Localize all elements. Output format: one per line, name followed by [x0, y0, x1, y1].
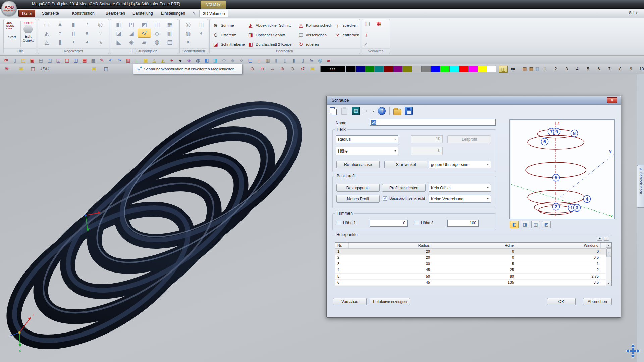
- coil-icon[interactable]: ∿: [94, 38, 107, 46]
- plate-icon[interactable]: ▰: [138, 38, 151, 46]
- color-swatch-000080[interactable]: [356, 66, 365, 72]
- start-button[interactable]: Start: [5, 35, 19, 39]
- pen-number-4[interactable]: 4: [574, 67, 581, 71]
- snap-star-icon[interactable]: ✳: [3, 65, 11, 72]
- layer-doc-2-icon[interactable]: ◱: [102, 65, 110, 72]
- lock-zoom-icon[interactable]: ▣: [309, 65, 317, 72]
- kollisionscheck-button[interactable]: ◬Kollisionscheck: [298, 21, 332, 29]
- cone-icon[interactable]: ▲: [53, 20, 67, 29]
- menu-item-datei[interactable]: Datei: [18, 10, 35, 17]
- rotationsachse-button[interactable]: Rotationsachse: [336, 161, 380, 168]
- poly-1-icon[interactable]: ◇: [220, 57, 228, 64]
- view-2d-3d-icon[interactable]: 20: [2, 57, 10, 64]
- mesh-box-icon[interactable]: ▦: [163, 20, 176, 29]
- ring-icon[interactable]: ◎: [94, 20, 107, 29]
- point-icon[interactable]: ●: [176, 57, 184, 64]
- screen-color-icon[interactable]: ◫: [499, 66, 508, 73]
- bend-solid-icon[interactable]: ◫: [194, 20, 208, 29]
- strecken-button[interactable]: ↕strecken: [334, 21, 357, 29]
- differenz-button[interactable]: ⊖Differenz: [212, 31, 236, 39]
- gem-body-icon[interactable]: ◈: [125, 38, 138, 46]
- view-shaded-button[interactable]: ◩: [542, 221, 551, 228]
- helixkurve-erzeugen-button[interactable]: Helixkurve erzeugen: [370, 298, 410, 305]
- verschieben-button[interactable]: ▤verschieben: [298, 31, 327, 39]
- color-swatch-c0c0c0[interactable]: [412, 66, 421, 72]
- scroll-down-icon[interactable]: ▼: [606, 281, 611, 286]
- toolbox-icon[interactable]: ▦: [377, 21, 381, 27]
- color-swatch-0000ff[interactable]: [431, 66, 440, 72]
- body-list-icon[interactable]: ▯▯: [365, 21, 370, 27]
- pen-number-9[interactable]: 9: [627, 67, 635, 71]
- vorschau-button[interactable]: Vorschau: [333, 298, 367, 305]
- zoom-prev-icon[interactable]: ⊖: [288, 65, 297, 72]
- slab-icon[interactable]: ◫: [150, 20, 164, 29]
- pyramid-icon[interactable]: ◭: [40, 29, 53, 38]
- scale-body-icon[interactable]: ◣: [112, 38, 125, 46]
- zoom-in-icon[interactable]: ⊕: [278, 65, 286, 72]
- zoom-window-icon[interactable]: ◘: [258, 65, 266, 72]
- stil-selector[interactable]: Stil ▼: [629, 11, 638, 15]
- zoom-fit-icon[interactable]: ↔: [268, 65, 276, 72]
- menu-item-3d-volumen[interactable]: 3D Volumen: [199, 10, 228, 17]
- house-icon[interactable]: ⌂: [255, 57, 263, 64]
- table-row-4[interactable]: 445252: [335, 267, 611, 273]
- color-swatch-ffff00[interactable]: [478, 66, 487, 72]
- swap-body-icon[interactable]: ↨: [365, 32, 368, 37]
- loft-icon[interactable]: ◩: [138, 20, 151, 29]
- box-icon[interactable]: ▭: [40, 20, 53, 29]
- poly-3-icon[interactable]: ◊: [237, 57, 246, 64]
- pen-number-6[interactable]: 6: [595, 67, 602, 71]
- color-swatch-00ff00[interactable]: [440, 66, 449, 72]
- menu-item-darstellung[interactable]: Darstellung: [129, 10, 156, 17]
- pen-number-10[interactable]: 10: [638, 67, 644, 71]
- cylinder-2-icon[interactable]: ▯: [281, 57, 289, 64]
- globe-icon[interactable]: ◍: [194, 57, 202, 64]
- hoehe-dropdown[interactable]: Höhe: [336, 147, 398, 155]
- column-header-radius[interactable]: Radius: [349, 243, 432, 248]
- verdrehung-dropdown[interactable]: Keine Verdrehung: [429, 195, 491, 203]
- hemisphere-icon[interactable]: ◕: [80, 38, 94, 46]
- undo-icon[interactable]: ↶: [107, 57, 115, 64]
- basisprofil-senkrecht-checkbox[interactable]: ✓: [383, 196, 387, 201]
- redo-icon[interactable]: ↷: [115, 57, 123, 64]
- prism-icon[interactable]: ▮: [67, 20, 80, 29]
- column-header-hhe[interactable]: Höhe: [432, 243, 516, 248]
- megacad-logo-icon[interactable]: A⊃D MegaCAD: [1, 1, 17, 16]
- shell-icon[interactable]: ◎: [181, 20, 195, 29]
- rotieren-button[interactable]: ↻rotieren: [298, 40, 319, 48]
- dialog-titlebar[interactable]: Schraube ✕: [327, 96, 621, 105]
- open-folder-icon[interactable]: ◰: [19, 57, 28, 64]
- optischer-schnitt-button[interactable]: ◨Optischer Schnitt: [247, 31, 285, 39]
- column-header-windung[interactable]: Windung: [516, 243, 601, 248]
- summe-button[interactable]: ⊕Summe: [212, 21, 234, 29]
- color-swatch-008080[interactable]: [374, 66, 384, 72]
- pen-number-2[interactable]: 2: [552, 67, 559, 71]
- view-hidden-button[interactable]: ◫: [531, 221, 540, 228]
- help-icon[interactable]: [378, 107, 386, 115]
- linestyle-icon-3[interactable]: ▥: [533, 65, 541, 72]
- menu-item-bearbeiten[interactable]: Bearbeiten: [102, 10, 128, 17]
- abbrechen-button[interactable]: Abbrechen: [583, 298, 612, 305]
- lock-2-icon[interactable]: ▣: [90, 65, 98, 72]
- menu-item-startseite[interactable]: Startseite: [39, 10, 62, 17]
- cylinder-icon[interactable]: ▯: [67, 29, 80, 38]
- sweep-arc-icon[interactable]: ◗: [181, 38, 195, 46]
- open-icon[interactable]: [393, 109, 401, 115]
- sweep-icon[interactable]: ◰: [125, 20, 138, 29]
- arc-solid-icon[interactable]: ◖: [194, 29, 208, 38]
- color-swatch-808080[interactable]: [421, 66, 431, 72]
- layer-doc-1-icon[interactable]: ◫: [29, 65, 37, 72]
- drop-icon[interactable]: ◎: [316, 57, 324, 64]
- pen-red-icon[interactable]: ✎: [98, 57, 106, 64]
- table-scrollbar[interactable]: ▲ ≡ ▼: [606, 243, 611, 286]
- sheet-info-icon[interactable]: ◲: [63, 57, 71, 64]
- save-prt-icon[interactable]: ▣: [28, 57, 36, 64]
- axis-cross-icon[interactable]: +: [168, 57, 176, 64]
- column-header-nr[interactable]: Nr:: [335, 243, 349, 248]
- print-icon[interactable]: ▤: [37, 57, 45, 64]
- pen-number-1[interactable]: 1: [541, 67, 549, 71]
- offset-dropdown[interactable]: Kein Offset: [429, 184, 491, 192]
- column-icon[interactable]: ▮: [53, 38, 67, 46]
- save-icon[interactable]: [405, 107, 413, 115]
- color-swatch-ff00ff[interactable]: [468, 66, 478, 72]
